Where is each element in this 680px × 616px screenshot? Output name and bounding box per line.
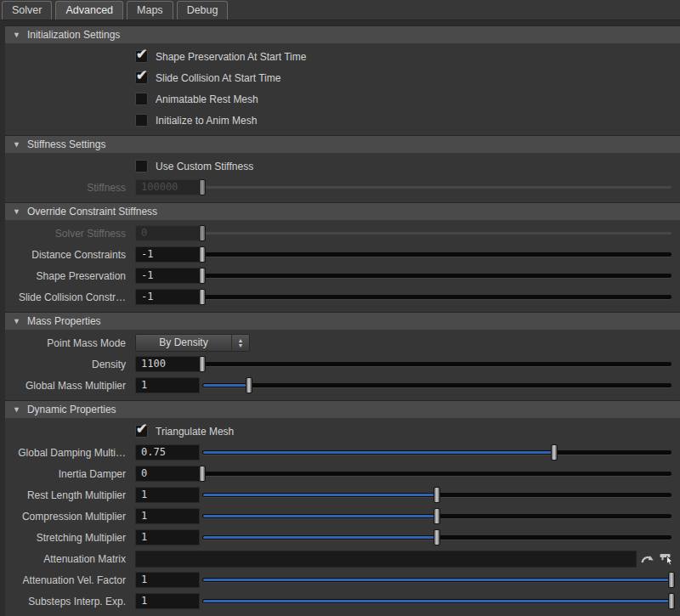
param-row-slide-collision-constr: Slide Collision Constr…-1 — [5, 286, 680, 308]
slider-handle[interactable] — [551, 444, 558, 461]
check-icon: ✔ — [136, 67, 147, 83]
checkbox-triangulate-mesh[interactable]: ✔ — [135, 425, 148, 438]
slider-handle[interactable] — [434, 508, 440, 524]
checkbox-label-use-custom-stiffness: Use Custom Stiffness — [156, 161, 253, 172]
collapse-triangle-icon: ▼ — [13, 318, 20, 325]
field-stretching-multiplier[interactable]: 1 — [135, 529, 200, 545]
slider-track[interactable] — [202, 472, 672, 476]
param-row-shape-preservation-at-start-time: ✔Shape Preservation At Start Time — [5, 46, 680, 67]
param-label-substeps-interp-exp: Substeps Interp. Exp. — [5, 596, 133, 608]
slider-density[interactable] — [202, 353, 672, 375]
slider-handle[interactable] — [246, 377, 252, 393]
collapse-triangle-icon: ▼ — [13, 208, 20, 216]
field-attenuation-matrix[interactable] — [135, 551, 637, 568]
checkbox-use-custom-stiffness[interactable] — [135, 160, 148, 172]
slider-handle — [199, 225, 206, 241]
checkbox-label-initialize-to-anim-mesh: Initialize to Anim Mesh — [156, 115, 257, 127]
slider-handle[interactable] — [199, 289, 206, 305]
field-slide-collision-constr[interactable]: -1 — [135, 289, 200, 305]
slider-handle[interactable] — [434, 529, 440, 545]
parameter-sections: ▼Initialization Settings✔Shape Preservat… — [0, 25, 680, 616]
slider-handle[interactable] — [668, 572, 675, 588]
slider-handle[interactable] — [199, 356, 206, 372]
node-picker-icon[interactable] — [658, 551, 674, 566]
section-title: Mass Properties — [27, 315, 101, 327]
field-attenuation-vel-factor[interactable]: 1 — [135, 572, 200, 588]
slider-global-damping-multi[interactable] — [202, 442, 672, 463]
field-global-mass-multiplier[interactable]: 1 — [135, 377, 200, 393]
param-label-global-mass-multiplier: Global Mass Multiplier — [5, 380, 133, 392]
param-row-attenuation-vel-factor: Attenuation Vel. Factor1 — [5, 569, 680, 591]
slider-handle[interactable] — [199, 246, 206, 263]
param-row-compression-multiplier: Compression Multiplier1 — [5, 506, 680, 527]
slider-handle[interactable] — [199, 268, 206, 284]
slider-handle[interactable] — [434, 487, 440, 503]
checkbox-initialize-to-anim-mesh[interactable] — [135, 114, 148, 127]
param-label-stiffness: Stiffness — [5, 182, 133, 194]
field-rest-length-multiplier[interactable]: 1 — [135, 487, 200, 503]
slider-slide-collision-constr[interactable] — [202, 286, 672, 308]
section-header-override-constraint-stiffness[interactable]: ▼Override Constraint Stiffness — [5, 202, 680, 220]
checkbox-animatable-rest-mesh[interactable] — [135, 93, 148, 105]
slider-compression-multiplier[interactable] — [202, 506, 672, 527]
slider-global-mass-multiplier[interactable] — [202, 375, 672, 396]
section-header-mass-properties[interactable]: ▼Mass Properties — [5, 312, 680, 330]
section-header-initialization-settings[interactable]: ▼Initialization Settings — [5, 25, 680, 43]
parameter-panel: SolverAdvancedMapsDebug ▼Initialization … — [0, 0, 680, 616]
param-row-point-mass-mode: Point Mass ModeBy Density▲▼ — [5, 332, 680, 353]
slider-solver-stiffness — [202, 223, 672, 244]
curved-arrow-icon[interactable] — [639, 551, 655, 566]
slider-track[interactable] — [202, 362, 672, 366]
slider-handle[interactable] — [199, 466, 206, 482]
checkbox-label-triangulate-mesh: Triangulate Mesh — [156, 426, 234, 438]
param-row-stretching-multiplier: Stretching Multiplier1 — [5, 527, 680, 548]
field-stiffness: 100000 — [135, 179, 200, 195]
param-row-triangulate-mesh: ✔Triangulate Mesh — [5, 421, 680, 442]
collapse-triangle-icon: ▼ — [13, 141, 20, 149]
tab-maps[interactable]: Maps — [127, 1, 173, 20]
param-label-rest-length-multiplier: Rest Length Multiplier — [5, 489, 133, 501]
section-body-initialization-settings: ✔Shape Preservation At Start Time✔Slide … — [5, 43, 680, 135]
section-title: Dynamic Properties — [27, 404, 116, 415]
field-distance-constraints[interactable]: -1 — [135, 246, 200, 263]
slider-attenuation-vel-factor[interactable] — [202, 569, 672, 591]
field-density[interactable]: 1100 — [135, 356, 200, 372]
slider-substeps-interp-exp[interactable] — [202, 591, 672, 612]
param-row-rest-length-multiplier: Rest Length Multiplier1 — [5, 484, 680, 506]
slider-track[interactable] — [202, 295, 672, 299]
spinner-arrows-icon: ▲▼ — [231, 335, 249, 351]
slider-distance-constraints[interactable] — [202, 244, 672, 265]
tab-debug[interactable]: Debug — [177, 1, 229, 20]
spin-down-icon: ▼ — [238, 343, 244, 348]
tab-solver[interactable]: Solver — [2, 1, 52, 20]
checkbox-slide-collision-at-start-time[interactable]: ✔ — [135, 71, 148, 84]
checkbox-shape-preservation-at-start-time[interactable]: ✔ — [135, 50, 148, 63]
param-label-attenuation-vel-factor: Attenuation Vel. Factor — [5, 574, 133, 586]
slider-inertia-damper[interactable] — [202, 463, 672, 484]
param-label-solver-stiffness: Solver Stiffness — [5, 228, 133, 240]
slider-stretching-multiplier[interactable] — [202, 527, 672, 548]
section-body-dynamic-properties: ✔Triangulate MeshGlobal Damping Multi…0.… — [5, 418, 680, 616]
field-compression-multiplier[interactable]: 1 — [135, 508, 200, 524]
field-shape-preservation[interactable]: -1 — [135, 268, 200, 284]
slider-track[interactable] — [202, 252, 672, 257]
slider-rest-length-multiplier[interactable] — [202, 484, 672, 506]
tab-advanced[interactable]: Advanced — [55, 1, 123, 20]
slider-fill — [203, 515, 436, 517]
slider-track[interactable] — [202, 274, 672, 278]
tab-bar: SolverAdvancedMapsDebug — [0, 0, 680, 20]
slider-fill — [203, 451, 553, 454]
field-global-damping-multi[interactable]: 0.75 — [135, 444, 200, 461]
section-title: Override Constraint Stiffness — [27, 206, 157, 218]
field-substeps-interp-exp[interactable]: 1 — [135, 593, 200, 609]
section-header-dynamic-properties[interactable]: ▼Dynamic Properties — [5, 400, 680, 418]
select-point-mass-mode[interactable]: By Density▲▼ — [135, 334, 250, 352]
param-row-substeps-interp-exp: Substeps Interp. Exp.1 — [5, 591, 680, 612]
param-label-slide-collision-constr: Slide Collision Constr… — [5, 291, 133, 303]
slider-track[interactable] — [202, 383, 672, 387]
section-title: Initialization Settings — [27, 29, 120, 41]
field-inertia-damper[interactable]: 0 — [135, 466, 200, 482]
slider-shape-preservation[interactable] — [202, 265, 672, 286]
section-header-stiffness-settings[interactable]: ▼Stiffness Settings — [5, 135, 680, 153]
slider-handle[interactable] — [668, 593, 675, 609]
